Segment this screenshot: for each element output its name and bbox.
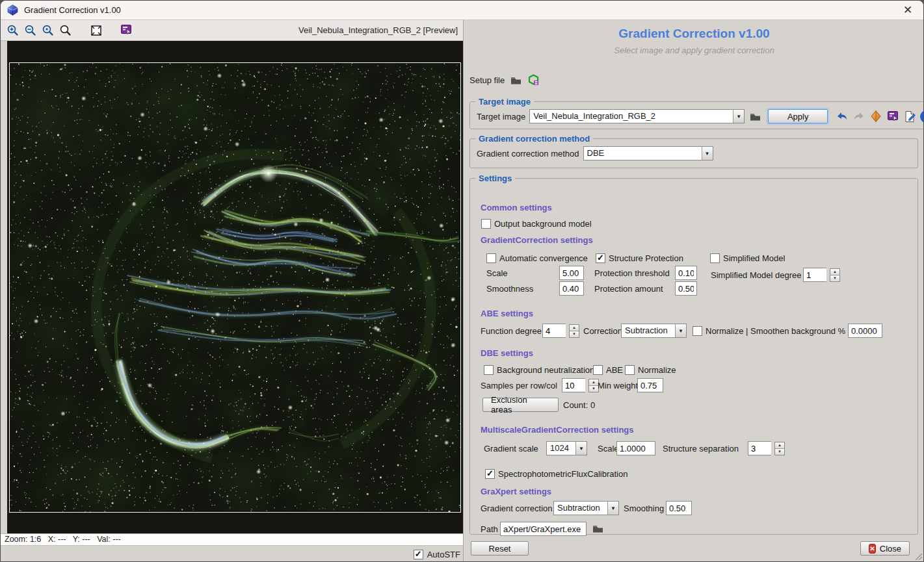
chevron-down-icon: ▼ [607, 502, 618, 515]
spin-down-icon[interactable]: ▼ [830, 275, 839, 281]
structure-separation-input[interactable] [748, 441, 771, 455]
simplified-model-label: Simplified Model [723, 253, 785, 263]
zoom-one-to-one-icon[interactable] [41, 23, 55, 37]
simplified-degree-input[interactable] [803, 268, 826, 282]
exclusion-areas-button[interactable]: Exclusion areas [482, 398, 559, 412]
reset-button[interactable]: Reset [471, 541, 529, 556]
abe-normalize-checkbox[interactable] [693, 326, 702, 336]
script-instance-icon[interactable] [886, 110, 899, 123]
gx-correction-label: Gradient correction [481, 504, 553, 513]
mgc-scale-input[interactable] [616, 441, 655, 455]
spin-down-icon[interactable]: ▼ [589, 386, 598, 392]
resize-grip[interactable] [914, 552, 922, 560]
spinner-buttons[interactable]: ▲▼ [569, 324, 579, 338]
apply-button-label: Apply [787, 112, 809, 121]
page-title: Gradient Correction v1.00 [464, 27, 924, 41]
zoom-in-icon[interactable] [6, 23, 20, 37]
protection-threshold-input[interactable] [675, 266, 697, 280]
abe-correction-select[interactable]: Subtraction ▼ [621, 324, 687, 338]
structure-protection-checkbox[interactable] [596, 253, 605, 263]
simplified-degree-spinner[interactable]: ▲▼ [803, 268, 840, 282]
autostf-checkbox[interactable] [414, 550, 423, 559]
image-viewport[interactable] [7, 41, 463, 533]
close-button-label: Close [880, 544, 901, 554]
spin-up-icon[interactable]: ▲ [775, 442, 784, 449]
zoom-out-icon[interactable] [23, 23, 37, 37]
screen-transfer-icon[interactable] [120, 23, 133, 37]
method-select[interactable]: DBE ▼ [583, 146, 713, 160]
mgc-settings-header: MultiscaleGradientCorrection settings [481, 425, 634, 435]
dbe-settings-header: DBE settings [481, 348, 533, 358]
gradient-correction-window: Gradient Correction v1.00 ✕ [0, 0, 924, 562]
spin-up-icon[interactable]: ▲ [830, 269, 839, 275]
preview-title: Veil_Nebula_Integration_RGB_2 [Preview] [298, 25, 458, 35]
method-value: DBE [584, 147, 702, 160]
target-folder-icon[interactable] [748, 110, 761, 123]
abe-normalize-row: Normalize | Smoothen background % [693, 324, 845, 338]
gx-path-input[interactable] [500, 522, 587, 536]
dbe-normalize-checkbox[interactable] [625, 365, 635, 375]
gx-smoothing-label: Smoothing [624, 504, 664, 513]
method-row: Gradient correction method DBE ▼ [470, 144, 917, 160]
close-button[interactable]: ✕ Close [860, 541, 910, 556]
dbe-abe-checkbox[interactable] [593, 365, 603, 375]
method-group: Gradient correction method Gradient corr… [469, 134, 918, 168]
scale-label: Scale [486, 268, 508, 278]
gradient-scale-select[interactable]: 1024 ▼ [546, 441, 587, 455]
setup-file-label: Setup file [469, 75, 505, 85]
target-image-legend: Target image [475, 97, 534, 107]
gx-path-label: Path [481, 524, 498, 534]
gx-smoothing-input[interactable] [666, 501, 692, 515]
gradient-scale-label-wrap: Gradient scale [484, 441, 538, 455]
spinner-buttons[interactable]: ▲▼ [774, 442, 785, 455]
fit-view-icon[interactable] [89, 23, 103, 37]
bg-neutralization-checkbox[interactable] [484, 365, 494, 375]
settings-panel: Gradient Correction v1.00 Select image a… [463, 20, 924, 562]
spfc-checkbox[interactable] [485, 469, 495, 479]
target-image-value: Veil_Nebula_Integration_RGB_2 [530, 110, 733, 123]
redo-icon[interactable] [852, 110, 865, 123]
auto-convergence-label: Automatic convergence [499, 253, 588, 263]
gx-correction-select[interactable]: Subtraction ▼ [553, 501, 619, 515]
gx-path-folder-icon[interactable] [591, 522, 604, 535]
protection-amount-input[interactable] [675, 281, 697, 296]
abe-correction-value: Subtraction [622, 324, 672, 337]
function-degree-input[interactable] [542, 324, 566, 338]
smoothness-input[interactable] [559, 281, 584, 296]
setup-folder-icon[interactable] [509, 73, 522, 86]
protection-threshold-label: Protection threshold [594, 268, 670, 278]
protection-amount-label: Protection amount [594, 284, 663, 294]
smoothen-background-input[interactable] [848, 324, 882, 338]
structure-separation-spinner[interactable]: ▲▼ [748, 441, 785, 455]
min-weight-input[interactable] [637, 378, 663, 392]
scale-input[interactable] [559, 266, 584, 280]
samples-spinner[interactable]: ▲▼ [562, 378, 599, 392]
new-instance-icon[interactable] [869, 110, 882, 123]
window-close-icon[interactable]: ✕ [899, 1, 917, 19]
edit-script-icon[interactable] [903, 110, 916, 123]
spin-down-icon[interactable]: ▼ [570, 331, 579, 337]
preview-toolbar: Veil_Nebula_Integration_RGB_2 [Preview] [1, 20, 463, 41]
spin-up-icon[interactable]: ▲ [570, 325, 579, 331]
settings-body: Common settings Output background model … [470, 183, 917, 534]
zoom-fit-icon[interactable] [59, 23, 72, 37]
auto-convergence-checkbox[interactable] [486, 253, 496, 263]
apply-button[interactable]: Apply [768, 109, 828, 123]
undo-icon[interactable] [836, 110, 849, 123]
veil-nebula-canvas [10, 63, 460, 512]
setup-save-icon[interactable] [527, 73, 540, 86]
spinner-buttons[interactable]: ▲▼ [830, 268, 840, 282]
nebula-image[interactable] [9, 62, 461, 513]
samples-input[interactable] [562, 378, 585, 392]
settings-group: Settings Common settings Output backgrou… [469, 173, 918, 535]
function-degree-spinner[interactable]: ▲▼ [542, 324, 579, 338]
target-image-select[interactable]: Veil_Nebula_Integration_RGB_2 ▼ [529, 109, 745, 123]
help-icon[interactable]: ? [920, 110, 924, 123]
spin-down-icon[interactable]: ▼ [775, 449, 784, 455]
output-bg-model-checkbox[interactable] [481, 219, 491, 229]
bg-neutralization-row: Background neutralization [484, 363, 594, 377]
simplified-model-checkbox[interactable] [710, 253, 720, 263]
target-image-label: Target image [477, 112, 525, 121]
spin-up-icon[interactable]: ▲ [589, 379, 598, 386]
function-degree-label: Function degree [481, 326, 542, 336]
